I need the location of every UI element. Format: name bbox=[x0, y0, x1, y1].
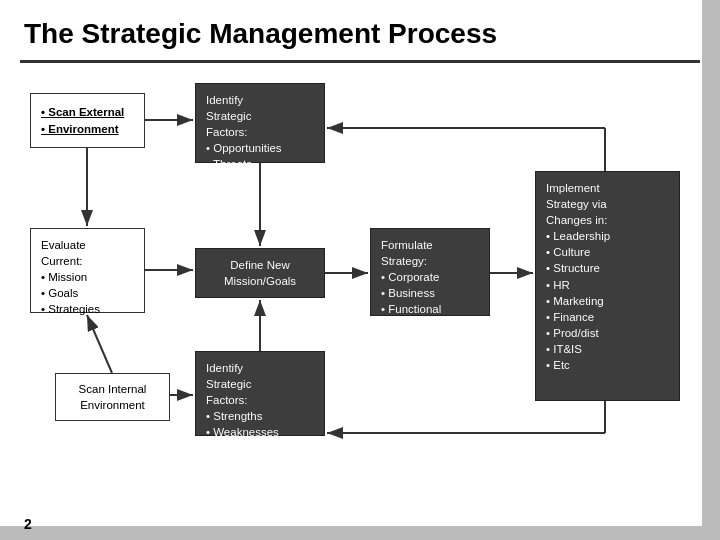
page-title: The Strategic Management Process bbox=[0, 0, 720, 60]
scan-external-line2: • Environment bbox=[41, 121, 134, 137]
formulate-strategy-text: FormulateStrategy:• Corporate• Business•… bbox=[381, 239, 441, 315]
define-mission-text: Define NewMission/Goals bbox=[224, 257, 296, 289]
formulate-strategy-box: FormulateStrategy:• Corporate• Business•… bbox=[370, 228, 490, 316]
diagram-area: • Scan External • Environment IdentifySt… bbox=[0, 73, 720, 503]
evaluate-current-box: EvaluateCurrent:• Mission• Goals• Strate… bbox=[30, 228, 145, 313]
page-number: 2 bbox=[24, 516, 32, 532]
implement-strategy-text: ImplementStrategy viaChanges in:• Leader… bbox=[546, 182, 610, 371]
identify-sw-box: IdentifyStrategicFactors:• Strengths• We… bbox=[195, 351, 325, 436]
implement-strategy-box: ImplementStrategy viaChanges in:• Leader… bbox=[535, 171, 680, 401]
identify-opp-threats-box: IdentifyStrategicFactors:• Opportunities… bbox=[195, 83, 325, 163]
define-mission-box: Define NewMission/Goals bbox=[195, 248, 325, 298]
svg-line-6 bbox=[87, 315, 112, 373]
evaluate-current-text: EvaluateCurrent:• Mission• Goals• Strate… bbox=[41, 239, 100, 315]
scan-internal-text: Scan InternalEnvironment bbox=[79, 381, 147, 413]
identify-opp-line1: IdentifyStrategicFactors:• Opportunities… bbox=[206, 94, 282, 170]
bottom-scrollbar bbox=[0, 526, 702, 540]
scan-internal-box: Scan InternalEnvironment bbox=[55, 373, 170, 421]
scan-external-box: • Scan External • Environment bbox=[30, 93, 145, 148]
identify-sw-text: IdentifyStrategicFactors:• Strengths• We… bbox=[206, 362, 279, 438]
title-divider bbox=[20, 60, 700, 63]
scan-external-line1: • Scan External bbox=[41, 104, 134, 120]
